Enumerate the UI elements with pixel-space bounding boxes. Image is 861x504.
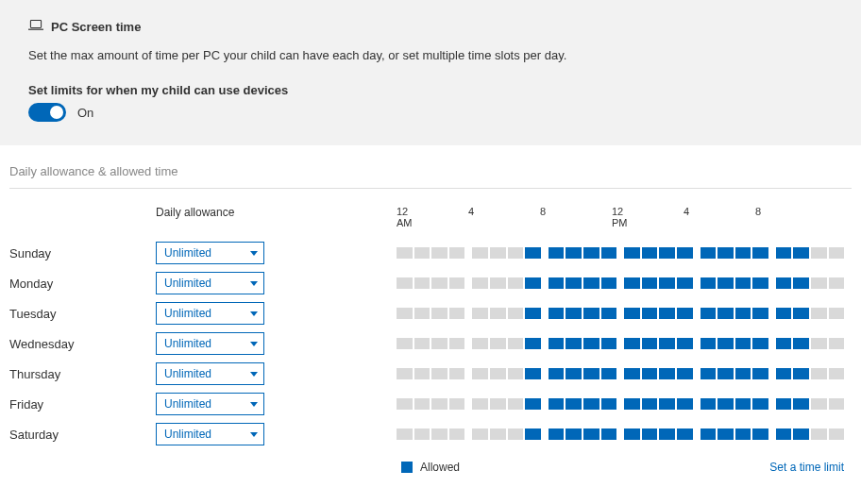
time-slot[interactable] xyxy=(642,398,658,410)
time-slot[interactable] xyxy=(549,368,565,379)
time-slot[interactable] xyxy=(508,398,524,410)
time-slot[interactable] xyxy=(677,247,693,259)
time-slot[interactable] xyxy=(508,368,524,379)
time-slot[interactable] xyxy=(793,308,809,319)
time-slot[interactable] xyxy=(472,338,488,349)
time-slot[interactable] xyxy=(701,308,717,319)
time-slot[interactable] xyxy=(718,338,734,349)
time-slot[interactable] xyxy=(472,277,488,289)
time-slot[interactable] xyxy=(718,428,734,440)
time-slot[interactable] xyxy=(776,247,792,259)
time-slot[interactable] xyxy=(793,368,809,379)
time-slot[interactable] xyxy=(549,247,565,259)
time-slot[interactable] xyxy=(397,277,413,289)
time-slot[interactable] xyxy=(566,247,582,259)
time-slot[interactable] xyxy=(701,368,717,379)
time-slot[interactable] xyxy=(701,277,717,289)
time-slot[interactable] xyxy=(490,308,506,319)
time-slot[interactable] xyxy=(659,398,675,410)
time-slot[interactable] xyxy=(701,428,717,440)
time-slot[interactable] xyxy=(601,277,617,289)
time-slot[interactable] xyxy=(793,428,809,440)
time-slot[interactable] xyxy=(549,398,565,410)
time-slot[interactable] xyxy=(701,338,717,349)
time-slot[interactable] xyxy=(525,308,541,319)
time-slot[interactable] xyxy=(776,398,792,410)
time-slot[interactable] xyxy=(508,247,524,259)
time-slot[interactable] xyxy=(624,247,640,259)
time-slot[interactable] xyxy=(508,308,524,319)
time-slot[interactable] xyxy=(508,277,524,289)
time-slot[interactable] xyxy=(414,338,430,349)
time-slot[interactable] xyxy=(659,247,675,259)
time-slot[interactable] xyxy=(566,338,582,349)
time-slot[interactable] xyxy=(549,277,565,289)
time-slot[interactable] xyxy=(583,428,599,440)
allowance-select[interactable]: Unlimited xyxy=(156,302,264,325)
time-slot[interactable] xyxy=(701,398,717,410)
time-slot[interactable] xyxy=(525,277,541,289)
time-slot[interactable] xyxy=(811,428,827,440)
time-slot[interactable] xyxy=(414,247,430,259)
time-slot[interactable] xyxy=(583,308,599,319)
time-slot[interactable] xyxy=(490,428,506,440)
time-slot[interactable] xyxy=(525,398,541,410)
time-slot[interactable] xyxy=(701,247,717,259)
time-slot[interactable] xyxy=(752,247,768,259)
time-slot[interactable] xyxy=(431,338,447,349)
time-slot[interactable] xyxy=(601,308,617,319)
time-slot[interactable] xyxy=(642,338,658,349)
time-slot[interactable] xyxy=(642,428,658,440)
time-slot[interactable] xyxy=(490,338,506,349)
time-slot[interactable] xyxy=(829,368,845,379)
time-slot[interactable] xyxy=(414,428,430,440)
time-slot[interactable] xyxy=(659,428,675,440)
time-slot[interactable] xyxy=(811,247,827,259)
time-slot[interactable] xyxy=(624,338,640,349)
time-slot[interactable] xyxy=(490,277,506,289)
time-slot[interactable] xyxy=(449,247,465,259)
time-slot[interactable] xyxy=(677,338,693,349)
time-slot[interactable] xyxy=(677,428,693,440)
time-slot[interactable] xyxy=(490,368,506,379)
time-slot[interactable] xyxy=(718,247,734,259)
time-slot[interactable] xyxy=(811,308,827,319)
time-slot[interactable] xyxy=(776,338,792,349)
allowance-select[interactable]: Unlimited xyxy=(156,272,264,294)
time-slot[interactable] xyxy=(811,277,827,289)
set-time-limit-link[interactable]: Set a time limit xyxy=(769,461,852,474)
time-slot[interactable] xyxy=(431,428,447,440)
time-slot[interactable] xyxy=(735,338,751,349)
time-slot[interactable] xyxy=(752,368,768,379)
time-slot[interactable] xyxy=(472,247,488,259)
time-slot[interactable] xyxy=(677,398,693,410)
time-slot[interactable] xyxy=(566,308,582,319)
time-slot[interactable] xyxy=(659,308,675,319)
time-slot[interactable] xyxy=(414,398,430,410)
time-slot[interactable] xyxy=(601,368,617,379)
time-slot[interactable] xyxy=(811,398,827,410)
time-slot[interactable] xyxy=(414,368,430,379)
time-slot[interactable] xyxy=(793,247,809,259)
time-slot[interactable] xyxy=(829,428,845,440)
time-slot[interactable] xyxy=(829,308,845,319)
time-slot[interactable] xyxy=(525,247,541,259)
time-slot[interactable] xyxy=(601,428,617,440)
time-slot[interactable] xyxy=(659,368,675,379)
time-slot[interactable] xyxy=(431,247,447,259)
time-slot[interactable] xyxy=(793,338,809,349)
time-slot[interactable] xyxy=(718,368,734,379)
time-slot[interactable] xyxy=(624,398,640,410)
time-slot[interactable] xyxy=(449,428,465,440)
time-slot[interactable] xyxy=(525,428,541,440)
allowance-select[interactable]: Unlimited xyxy=(156,332,264,355)
time-slot[interactable] xyxy=(642,277,658,289)
time-slot[interactable] xyxy=(811,368,827,379)
allowance-select[interactable]: Unlimited xyxy=(156,242,264,264)
time-slot[interactable] xyxy=(449,277,465,289)
time-slot[interactable] xyxy=(566,368,582,379)
time-slot[interactable] xyxy=(583,338,599,349)
time-slot[interactable] xyxy=(624,308,640,319)
time-slot[interactable] xyxy=(677,368,693,379)
time-slot[interactable] xyxy=(829,338,845,349)
